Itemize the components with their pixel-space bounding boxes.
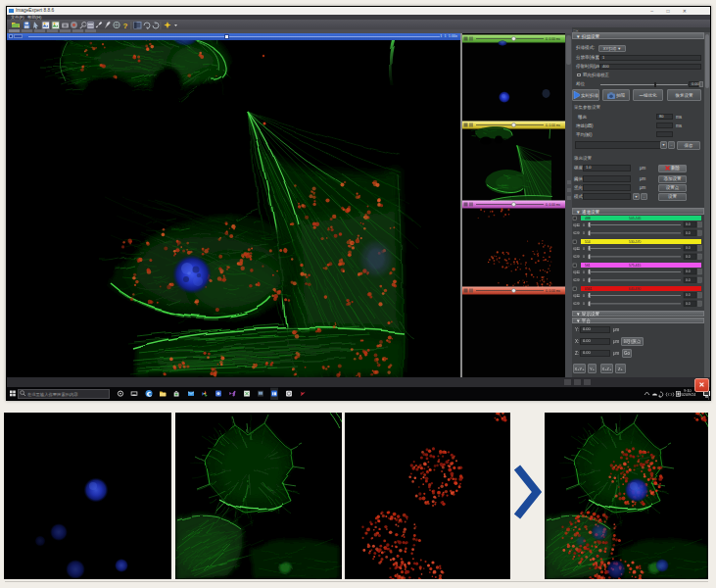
- svg-text:561: 561: [585, 264, 591, 268]
- svg-text:增益: 增益: [572, 247, 581, 251]
- svg-text:0. 0.00 ms: 0. 0.00 ms: [546, 122, 560, 126]
- svg-text:增益: 增益: [572, 294, 581, 298]
- svg-text:0.0: 0.0: [686, 255, 691, 259]
- svg-text:0: 0: [583, 270, 585, 274]
- svg-text:0: 0: [583, 231, 585, 235]
- svg-text:530-570: 530-570: [629, 240, 642, 244]
- svg-text:0: 0: [583, 294, 585, 298]
- svg-text:0. 0.00 ms: 0. 0.00 ms: [546, 36, 560, 40]
- svg-text:0.0: 0.0: [686, 302, 691, 306]
- svg-text:0: 0: [583, 302, 585, 306]
- svg-text:0.0: 0.0: [686, 293, 691, 297]
- svg-text:0561: 0561: [585, 287, 593, 291]
- svg-text:0.0: 0.0: [686, 231, 691, 235]
- svg-text:0.0: 0.0: [686, 222, 691, 226]
- svg-text:0: 0: [583, 255, 585, 259]
- svg-text:0. 0.00 ms: 0. 0.00 ms: [546, 288, 560, 292]
- svg-text:增益: 增益: [572, 270, 581, 274]
- svg-text:0.0: 0.0: [686, 246, 691, 250]
- svg-text:505-545: 505-545: [629, 217, 642, 220]
- svg-text:514: 514: [585, 240, 591, 244]
- svg-text:0: 0: [583, 247, 585, 251]
- svg-text:0. 0.00 ms: 0. 0.00 ms: [546, 202, 560, 206]
- svg-text:0.0: 0.0: [686, 278, 691, 282]
- svg-text:偏移: 偏移: [573, 302, 581, 306]
- svg-text:640-690: 640-690: [629, 287, 642, 291]
- svg-text:0: 0: [583, 278, 585, 282]
- svg-text:偏移: 偏移: [573, 255, 581, 259]
- svg-text:488: 488: [585, 217, 591, 220]
- svg-text:偏移: 偏移: [573, 231, 581, 235]
- svg-text:0: 0: [583, 223, 585, 227]
- svg-text:增益: 增益: [572, 223, 581, 227]
- svg-text:偏移: 偏移: [573, 278, 581, 282]
- svg-text:575-615: 575-615: [629, 264, 642, 268]
- svg-text:?: ?: [123, 22, 128, 29]
- svg-text:0.0: 0.0: [686, 270, 691, 273]
